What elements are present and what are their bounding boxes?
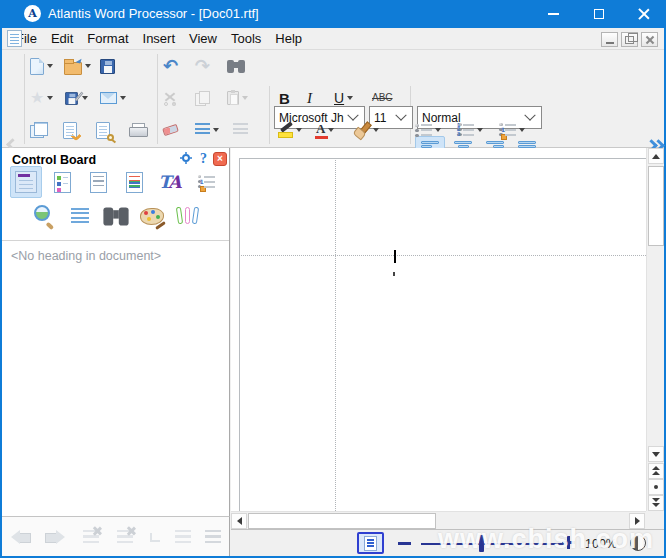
zoom-out-button[interactable]: [398, 542, 411, 545]
vertical-scrollbar[interactable]: [646, 148, 664, 511]
dropdown-icon[interactable]: [82, 96, 88, 100]
palette-icon: [140, 208, 164, 225]
open-document-button[interactable]: [64, 52, 91, 80]
zoom-slider-track[interactable]: [421, 543, 566, 545]
vertical-scroll-thumb[interactable]: [648, 166, 664, 246]
scroll-right-button[interactable]: [629, 513, 645, 529]
tab-list-markers[interactable]: 1: [190, 166, 222, 198]
bullet-list-button[interactable]: [415, 116, 441, 144]
dropdown-icon[interactable]: [296, 128, 302, 132]
copy-button[interactable]: [195, 84, 210, 112]
settings-gear-icon[interactable]: [182, 154, 190, 162]
underline-button[interactable]: U: [334, 84, 353, 112]
menu-tools[interactable]: Tools: [231, 31, 261, 46]
remove-heading-button[interactable]: [78, 524, 104, 550]
scroll-up-button[interactable]: [648, 148, 664, 164]
window-maximize-button[interactable]: [576, 0, 621, 28]
doc-restore-button[interactable]: [621, 32, 638, 47]
tab-outline[interactable]: [46, 166, 78, 198]
dropdown-icon[interactable]: [373, 128, 379, 132]
page-border-left: [239, 158, 240, 511]
format-painter-button[interactable]: [354, 116, 379, 144]
nav-back-button[interactable]: [8, 524, 34, 550]
document-viewport[interactable]: [231, 148, 646, 511]
find-button[interactable]: [227, 52, 245, 80]
save-button[interactable]: [100, 52, 115, 80]
chevron-down-icon[interactable]: [395, 109, 406, 120]
remove-all-headings-button[interactable]: [112, 524, 138, 550]
eraser-button[interactable]: [163, 116, 178, 144]
chevron-down-icon[interactable]: [524, 109, 535, 120]
doc-minimize-button[interactable]: [601, 32, 618, 47]
zoom-slider-thumb[interactable]: [479, 535, 484, 552]
window-minimize-button[interactable]: [531, 0, 576, 28]
dropdown-icon[interactable]: [328, 128, 334, 132]
menu-edit[interactable]: Edit: [51, 31, 73, 46]
tab-styles[interactable]: [118, 166, 150, 198]
page-layout-view-button[interactable]: [357, 532, 384, 554]
dropdown-icon[interactable]: [477, 128, 483, 132]
window-close-button[interactable]: [621, 0, 666, 28]
tab-headings-map[interactable]: [10, 166, 42, 198]
dropdown-icon[interactable]: [47, 96, 53, 100]
dropdown-icon[interactable]: [519, 128, 525, 132]
select-browse-object-button[interactable]: [648, 479, 664, 495]
menu-view[interactable]: View: [189, 31, 217, 46]
print-preview-button[interactable]: [96, 116, 110, 144]
italic-button[interactable]: I: [307, 84, 312, 112]
document-options-button[interactable]: [63, 116, 77, 144]
heading-list-all-button[interactable]: [200, 524, 226, 550]
dropdown-icon[interactable]: [120, 96, 126, 100]
favorites-button[interactable]: ★: [30, 84, 53, 112]
horizontal-scrollbar[interactable]: [231, 511, 646, 529]
paste-button[interactable]: [227, 84, 248, 112]
menu-help[interactable]: Help: [275, 31, 302, 46]
tool-find[interactable]: [100, 200, 132, 232]
scroll-left-button[interactable]: [231, 513, 247, 529]
multilevel-list-button[interactable]: 1: [499, 116, 525, 144]
document-copies-button[interactable]: [30, 116, 48, 144]
nav-forward-button[interactable]: [42, 524, 68, 550]
dropdown-icon[interactable]: [242, 96, 248, 100]
panel-close-icon[interactable]: ×: [213, 152, 227, 166]
tool-paragraph[interactable]: [64, 200, 96, 232]
bold-button[interactable]: B: [279, 84, 290, 112]
undo-button[interactable]: ↶: [163, 52, 178, 80]
tool-zoom[interactable]: [28, 200, 60, 232]
next-page-button[interactable]: [648, 495, 664, 511]
dropdown-icon[interactable]: [435, 128, 441, 132]
font-color-button[interactable]: A: [316, 116, 334, 144]
previous-page-button[interactable]: [648, 463, 664, 479]
tab-document-text[interactable]: [82, 166, 114, 198]
heading-list-button[interactable]: [170, 524, 196, 550]
back-arrow-icon: [11, 530, 31, 544]
menu-format[interactable]: Format: [87, 31, 128, 46]
line-spacing-button[interactable]: [195, 116, 219, 144]
cut-button[interactable]: [163, 84, 177, 112]
email-button[interactable]: [100, 84, 126, 112]
highlighter-button[interactable]: [278, 116, 302, 144]
dropdown-icon[interactable]: [213, 128, 219, 132]
document-system-menu-icon[interactable]: [7, 30, 22, 47]
return-button[interactable]: [142, 524, 168, 550]
print-button[interactable]: [129, 116, 146, 144]
doc-close-button[interactable]: [641, 32, 658, 47]
dropdown-icon[interactable]: [347, 96, 353, 100]
tool-attachments[interactable]: [172, 200, 204, 232]
full-screen-toggle-icon[interactable]: [630, 535, 646, 551]
sort-button[interactable]: [233, 116, 248, 144]
dropdown-icon[interactable]: [47, 64, 53, 68]
horizontal-scroll-thumb[interactable]: [248, 513, 436, 529]
dropdown-icon[interactable]: [85, 64, 91, 68]
redo-button[interactable]: ↷: [195, 52, 210, 80]
zoom-in-button[interactable]: [562, 536, 575, 549]
strikethrough-button[interactable]: ABC: [372, 84, 393, 112]
numbered-list-button[interactable]: [457, 116, 483, 144]
save-as-button[interactable]: [64, 84, 88, 112]
help-icon[interactable]: ?: [200, 151, 207, 166]
new-document-button[interactable]: [30, 52, 53, 80]
tool-colors[interactable]: [136, 200, 168, 232]
menu-insert[interactable]: Insert: [143, 31, 176, 46]
scroll-down-button[interactable]: [648, 446, 664, 462]
tab-fonts[interactable]: TA: [154, 166, 186, 198]
